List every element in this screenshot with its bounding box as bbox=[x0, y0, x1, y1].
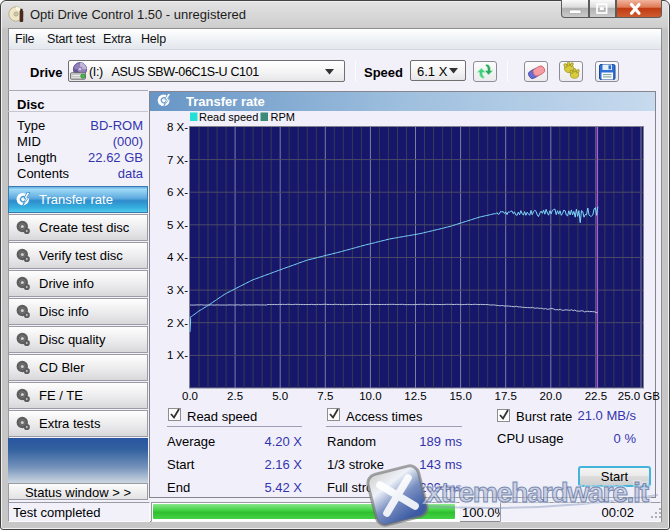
svg-text:20.0: 20.0 bbox=[540, 390, 562, 402]
svg-text:1 X-: 1 X- bbox=[167, 349, 188, 361]
svg-text:2 X-: 2 X- bbox=[167, 317, 188, 329]
svg-text:2.5: 2.5 bbox=[227, 390, 243, 402]
svg-text:RPM: RPM bbox=[271, 111, 295, 123]
svg-text:6 X-: 6 X- bbox=[167, 186, 188, 198]
svg-text:Read speed: Read speed bbox=[199, 111, 258, 123]
svg-text:15.0: 15.0 bbox=[449, 390, 471, 402]
svg-text:12.5: 12.5 bbox=[404, 390, 426, 402]
svg-text:5.0: 5.0 bbox=[272, 390, 288, 402]
svg-text:7.5: 7.5 bbox=[317, 390, 333, 402]
svg-text:17.5: 17.5 bbox=[495, 390, 517, 402]
svg-text:4 X-: 4 X- bbox=[167, 251, 188, 263]
svg-text:7 X-: 7 X- bbox=[167, 154, 188, 166]
svg-text:10.0: 10.0 bbox=[359, 390, 381, 402]
svg-text:3 X-: 3 X- bbox=[167, 284, 188, 296]
svg-text:5 X-: 5 X- bbox=[167, 219, 188, 231]
svg-text:22.5: 22.5 bbox=[585, 390, 607, 402]
svg-text:0.0: 0.0 bbox=[182, 390, 198, 402]
svg-text:25.0 GB: 25.0 GB bbox=[618, 390, 660, 402]
svg-text:xtremehardware.it: xtremehardware.it bbox=[426, 476, 650, 508]
svg-text:8 X-: 8 X- bbox=[167, 121, 188, 133]
